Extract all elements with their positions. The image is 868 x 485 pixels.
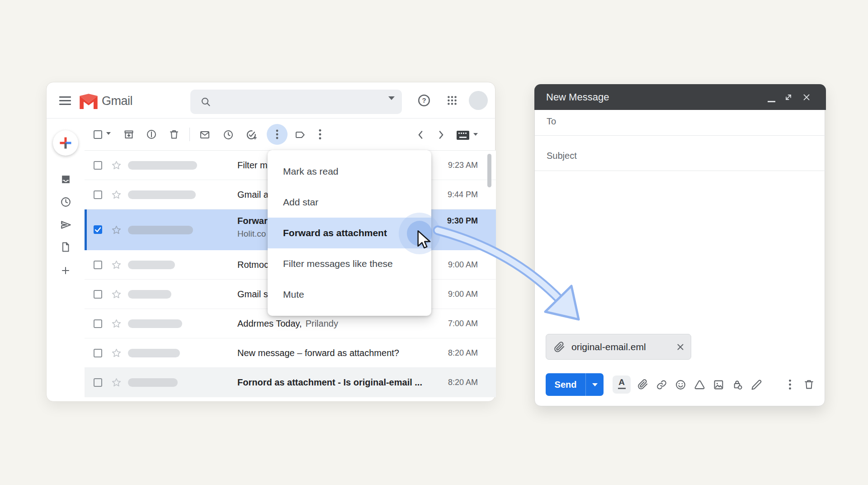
star-icon[interactable] bbox=[111, 289, 122, 300]
svg-text:?: ? bbox=[422, 96, 426, 104]
insert-from-drive-icon[interactable] bbox=[694, 379, 705, 390]
drafts-document-icon[interactable] bbox=[60, 242, 71, 252]
inbox-icon[interactable] bbox=[60, 174, 71, 185]
discard-draft-trash-icon[interactable] bbox=[803, 379, 815, 390]
gmail-logo-text: Gmail bbox=[102, 94, 132, 108]
email-time: 9:23 AM bbox=[424, 151, 478, 180]
insert-photo-icon[interactable] bbox=[713, 379, 724, 390]
email-subject: Rotmoc bbox=[237, 250, 269, 280]
menu-item-mute[interactable]: Mute bbox=[268, 279, 431, 310]
menu-item-mark-as-read[interactable]: Mark as read bbox=[268, 156, 431, 187]
star-icon[interactable] bbox=[111, 224, 122, 236]
snooze-clock-icon[interactable] bbox=[223, 129, 234, 140]
apps-grid-icon[interactable] bbox=[446, 95, 458, 106]
checkbox[interactable] bbox=[94, 261, 102, 269]
select-options-caret-icon[interactable] bbox=[106, 132, 111, 135]
input-keyboard-icon[interactable] bbox=[456, 130, 470, 140]
star-icon[interactable] bbox=[111, 189, 122, 200]
search-input[interactable] bbox=[190, 90, 402, 114]
checkbox-checked[interactable] bbox=[94, 225, 102, 234]
checkbox[interactable] bbox=[94, 290, 102, 299]
sender-placeholder-bar bbox=[128, 190, 196, 199]
pop-out-expand-icon[interactable] bbox=[784, 93, 793, 102]
menu-item-add-star[interactable]: Add star bbox=[268, 187, 431, 218]
checkbox[interactable] bbox=[94, 161, 102, 170]
compose-window: New Message To Subject original-email.em… bbox=[534, 84, 825, 406]
gmail-header: Gmail ? bbox=[47, 82, 495, 119]
check-icon bbox=[94, 225, 102, 234]
minimize-icon[interactable] bbox=[768, 101, 775, 102]
sent-icon[interactable] bbox=[60, 219, 72, 231]
remove-attachment-close-icon[interactable] bbox=[676, 343, 684, 351]
checkbox[interactable] bbox=[94, 319, 102, 328]
formatting-options-button[interactable]: A bbox=[613, 376, 631, 394]
gmail-logo-icon bbox=[78, 93, 99, 109]
checkbox[interactable] bbox=[94, 349, 102, 357]
checkbox[interactable] bbox=[94, 190, 102, 199]
table-row[interactable]: Fornord as attachment - Is original-emai… bbox=[85, 368, 496, 397]
insert-link-icon[interactable] bbox=[656, 379, 667, 390]
insert-signature-pen-icon[interactable] bbox=[751, 379, 762, 390]
to-field[interactable]: To bbox=[547, 116, 556, 127]
sender-placeholder-bar bbox=[128, 226, 193, 234]
email-subject: New message – forward as attachment? bbox=[237, 338, 399, 368]
close-icon[interactable] bbox=[802, 93, 811, 102]
compose-button[interactable] bbox=[53, 130, 78, 156]
sender-placeholder-bar bbox=[128, 261, 175, 269]
three-dot-vertical-icon bbox=[274, 129, 280, 140]
toolbar-divider bbox=[189, 128, 190, 141]
confidential-mode-icon[interactable] bbox=[732, 379, 743, 390]
search-icon bbox=[200, 96, 211, 107]
older-chevron-right-icon[interactable] bbox=[437, 130, 445, 139]
keyboard-caret-icon[interactable] bbox=[473, 133, 478, 136]
search-options-caret-icon[interactable] bbox=[388, 96, 395, 100]
delete-trash-icon[interactable] bbox=[169, 129, 179, 140]
attachment-filename: original-email.eml bbox=[571, 334, 646, 359]
checkbox[interactable] bbox=[94, 378, 102, 387]
report-spam-icon[interactable] bbox=[146, 129, 157, 140]
more-options-icon[interactable] bbox=[788, 379, 792, 390]
formatting-a-icon: A bbox=[613, 376, 631, 389]
star-icon[interactable] bbox=[111, 160, 122, 171]
email-subject: Forwar bbox=[237, 212, 268, 230]
subject-field[interactable]: Subject bbox=[547, 151, 577, 161]
field-divider bbox=[535, 135, 826, 136]
help-icon[interactable]: ? bbox=[417, 94, 431, 107]
archive-icon[interactable] bbox=[123, 129, 134, 140]
email-snippet: Holit.co bbox=[237, 229, 266, 239]
attachment-chip[interactable]: original-email.eml bbox=[546, 334, 691, 360]
mark-unread-envelope-icon[interactable] bbox=[199, 129, 210, 140]
avatar[interactable] bbox=[469, 91, 488, 110]
scrollbar[interactable] bbox=[487, 154, 491, 187]
select-all-checkbox[interactable] bbox=[94, 130, 102, 139]
sender-placeholder-bar bbox=[128, 378, 178, 387]
more-actions-active-highlight[interactable] bbox=[267, 124, 288, 145]
email-time: 9:44 PM bbox=[424, 180, 478, 209]
hamburger-menu-icon[interactable] bbox=[59, 96, 71, 105]
star-icon[interactable] bbox=[111, 259, 122, 271]
label-icon[interactable] bbox=[294, 129, 306, 140]
add-to-tasks-icon[interactable] bbox=[245, 129, 257, 141]
star-icon[interactable] bbox=[111, 347, 122, 359]
sender-placeholder-bar bbox=[128, 290, 171, 299]
compose-header[interactable]: New Message bbox=[534, 84, 826, 110]
send-options-button[interactable] bbox=[585, 373, 604, 396]
newer-chevron-left-icon[interactable] bbox=[416, 130, 425, 139]
attach-files-paperclip-icon[interactable] bbox=[637, 379, 648, 390]
star-icon[interactable] bbox=[111, 318, 122, 329]
compose-plus-icon bbox=[59, 136, 72, 150]
table-row[interactable]: New message – forward as attachment? 8:2… bbox=[85, 338, 496, 368]
insert-emoji-icon[interactable] bbox=[675, 379, 686, 390]
star-icon[interactable] bbox=[111, 377, 122, 388]
menu-item-filter-messages[interactable]: Filter messages like these bbox=[268, 248, 431, 279]
mouse-cursor-icon bbox=[416, 230, 434, 251]
compose-title: New Message bbox=[546, 84, 609, 110]
snoozed-clock-icon[interactable] bbox=[60, 196, 71, 208]
more-overflow-icon[interactable] bbox=[318, 128, 322, 140]
more-labels-plus-icon[interactable] bbox=[60, 265, 71, 276]
message-body-field[interactable] bbox=[535, 171, 826, 332]
email-time: 8:20 AM bbox=[424, 368, 478, 397]
send-button[interactable]: Send bbox=[546, 373, 585, 396]
sender-placeholder-bar bbox=[128, 349, 180, 357]
sender-placeholder-bar bbox=[128, 319, 182, 328]
